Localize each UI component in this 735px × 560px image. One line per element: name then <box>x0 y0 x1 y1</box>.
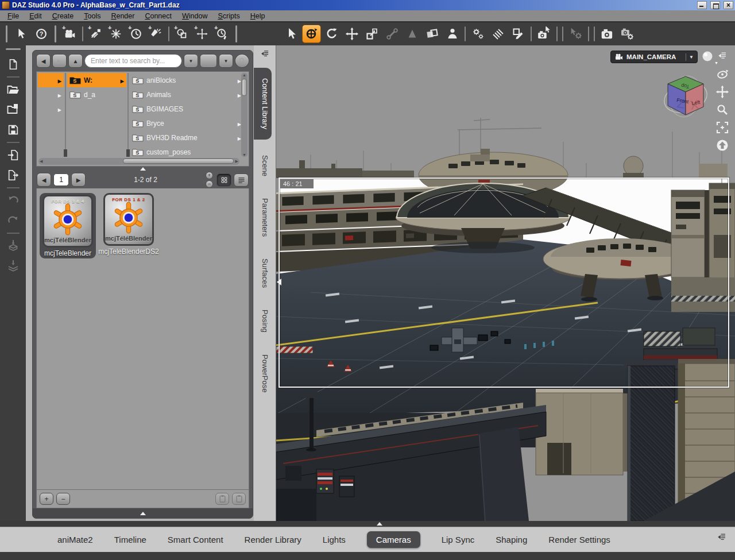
thumb-size-increase-button[interactable] <box>206 172 213 179</box>
home-view-icon[interactable] <box>715 138 729 152</box>
tab-content-library[interactable]: Content Library <box>254 68 272 140</box>
menu-connect[interactable]: Connect <box>140 11 177 21</box>
viewport-pane-menu-button[interactable] <box>717 51 728 61</box>
open-file-button[interactable] <box>4 82 22 98</box>
dock-collapse-arrow[interactable] <box>277 279 281 285</box>
tree-root-row[interactable] <box>38 73 64 87</box>
menu-create[interactable]: Create <box>47 11 79 21</box>
scale-tool-button[interactable] <box>362 25 381 43</box>
tab-parameters[interactable]: Parameters <box>254 192 272 243</box>
export-button[interactable] <box>4 167 22 183</box>
rotate-tool-button[interactable] <box>322 25 341 43</box>
surface-selection-tool-button[interactable] <box>423 25 442 43</box>
tab-scene[interactable]: Scene <box>254 149 272 183</box>
new-linear-point-light-button[interactable] <box>126 25 145 43</box>
tree-folder-row[interactable]: S custom_poses <box>130 145 243 159</box>
drawstyle-button[interactable]: ▼ <box>701 50 715 64</box>
restore-button[interactable] <box>710 1 720 9</box>
minimize-button[interactable] <box>697 1 707 9</box>
new-camera-button[interactable] <box>60 25 79 43</box>
thumb-size-decrease-button[interactable] <box>206 180 213 188</box>
geometry-editor-tool-button[interactable] <box>509 25 528 43</box>
tree-folder-row[interactable]: S Bryce <box>130 116 243 130</box>
translate-tool-button[interactable] <box>342 25 361 43</box>
menu-tools[interactable]: Tools <box>79 11 106 21</box>
list-view-button[interactable] <box>234 173 249 187</box>
redo-button[interactable] <box>4 213 22 229</box>
page-number-box[interactable]: 1 <box>53 173 69 186</box>
search-button[interactable] <box>235 54 249 68</box>
import-button[interactable] <box>4 147 22 163</box>
new-distant-light-button[interactable] <box>86 25 105 43</box>
search-filter-dropdown[interactable] <box>184 54 198 68</box>
view-cube[interactable]: Z X Top Front Left <box>662 72 709 122</box>
paste-clipboard-button[interactable] <box>232 493 246 505</box>
tab-smart-content[interactable]: Smart Content <box>168 535 223 544</box>
nav-forward-button[interactable] <box>52 54 67 68</box>
horizontal-scrollbar[interactable]: ◀▶ <box>38 158 239 165</box>
nav-up-button[interactable] <box>68 54 83 68</box>
new-file-button[interactable] <box>4 56 22 72</box>
menu-render[interactable]: Render <box>106 11 140 21</box>
whats-this-button[interactable] <box>11 25 30 43</box>
new-dformer-button[interactable] <box>212 25 231 43</box>
tree-folder-row[interactable]: S d_a <box>67 87 126 102</box>
dform-tool-button[interactable] <box>403 25 421 43</box>
render-settings-button[interactable] <box>618 25 637 43</box>
viewport[interactable]: 46 : 21 MAIN_CAMERA ▼ ▼ <box>276 45 735 521</box>
search-scope-dropdown[interactable] <box>219 54 233 68</box>
column-divider[interactable] <box>127 73 129 157</box>
next-page-button[interactable] <box>71 173 86 187</box>
menu-scripts[interactable]: Scripts <box>212 11 245 21</box>
undo-button[interactable] <box>4 192 22 208</box>
search-input[interactable] <box>84 54 182 68</box>
node-selection-tool-button[interactable] <box>282 25 301 43</box>
tree-root-row[interactable] <box>38 102 64 116</box>
tab-lights[interactable]: Lights <box>323 535 346 544</box>
frame-view-icon[interactable] <box>715 121 729 134</box>
orbit-view-icon[interactable] <box>715 67 729 81</box>
horizontal-splitter[interactable] <box>0 521 735 527</box>
content-item-mcjteleblenderds2[interactable]: FOR DS 1 & 2 mcjTéléBlender <box>100 193 157 256</box>
render-button[interactable] <box>598 25 617 43</box>
weight-brush-tool-button[interactable] <box>489 25 508 43</box>
menu-edit[interactable]: Edit <box>24 11 47 21</box>
new-primitive-button[interactable] <box>172 25 191 43</box>
tab-animate2[interactable]: aniMate2 <box>57 535 93 544</box>
tree-root-row[interactable] <box>38 87 64 102</box>
tab-shaping[interactable]: Shaping <box>496 535 527 544</box>
activepose-tool-button[interactable] <box>382 25 401 43</box>
figure-selection-tool-button[interactable] <box>443 25 462 43</box>
pane-resize-bar[interactable] <box>33 508 253 518</box>
menu-help[interactable]: Help <box>245 11 270 21</box>
pan-view-icon[interactable] <box>715 85 729 99</box>
menu-window[interactable]: Window <box>177 11 212 21</box>
help-button[interactable] <box>32 25 51 43</box>
save-file-button[interactable] <box>4 122 22 138</box>
tree-folder-row[interactable]: S aniBlocks <box>130 73 243 87</box>
bottom-pane-menu-button[interactable] <box>716 532 728 542</box>
stack-download-button[interactable] <box>4 258 22 274</box>
prev-page-button[interactable] <box>37 173 51 187</box>
joint-editor-tool-button[interactable] <box>469 25 488 43</box>
tree-splitter[interactable] <box>33 167 253 171</box>
add-category-button[interactable] <box>40 493 53 505</box>
new-spotlight-button[interactable] <box>146 25 165 43</box>
tab-lip-sync[interactable]: Lip Sync <box>442 535 475 544</box>
tree-folder-row[interactable]: S W: <box>67 73 126 87</box>
grid-view-button[interactable] <box>216 173 231 187</box>
tab-cameras[interactable]: Cameras <box>367 531 420 548</box>
remove-category-button[interactable] <box>56 493 70 505</box>
toolbar-drag-handle[interactable] <box>6 48 21 50</box>
merge-file-button[interactable] <box>4 102 22 118</box>
cube-download-button[interactable] <box>4 238 22 254</box>
universal-tool-button[interactable] <box>302 25 321 43</box>
tab-surfaces[interactable]: Surfaces <box>254 252 272 294</box>
search-scope-button[interactable] <box>200 54 217 68</box>
pane-menu-button[interactable] <box>260 49 270 59</box>
copy-clipboard-button[interactable] <box>215 493 229 505</box>
tab-render-settings[interactable]: Render Settings <box>548 535 610 544</box>
new-point-light-button[interactable] <box>106 25 125 43</box>
zoom-view-icon[interactable] <box>715 103 729 117</box>
menu-file[interactable]: File <box>2 11 24 21</box>
